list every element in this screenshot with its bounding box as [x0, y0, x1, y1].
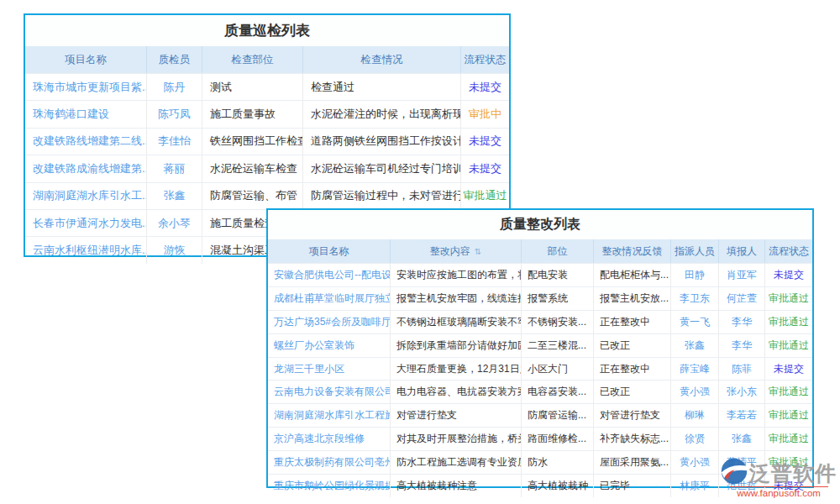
status-badge: 未提交: [765, 358, 812, 381]
table-row: 云南电力设备安装有限公司20...电力电容器、电抗器安装方案,...电容器安装.…: [268, 380, 812, 403]
status-badge: 未提交: [461, 129, 509, 155]
reporter-link[interactable]: 何芷萱: [719, 287, 765, 310]
part-cell: 高大植被栽种: [522, 475, 594, 497]
feedback-cell: 报警主机安放...: [594, 287, 671, 310]
feedback-cell: 配电柜柜体与...: [594, 264, 671, 286]
assignee-link[interactable]: 田静: [671, 264, 719, 286]
assignee-link[interactable]: 张鑫: [671, 334, 719, 357]
assignee-link[interactable]: 林康平: [671, 475, 719, 497]
header-inspector: 质检员: [147, 46, 202, 73]
table-row: 湖南洞庭湖水库引水工程施工标对管进行垫支防腐管运输...对管进行垫支柳琳李若若审…: [268, 403, 812, 427]
reporter-link[interactable]: 李华: [719, 334, 765, 357]
project-link[interactable]: 重庆市鹅岭公园绿化景观提升...: [268, 475, 391, 497]
project-link[interactable]: 重庆太极制药有限公司亳州中...: [268, 451, 391, 474]
project-link[interactable]: 万达广场35#会所及咖啡厅空...: [268, 311, 391, 333]
situation-cell: 水泥砼灌注的时候，出现离析现象: [303, 101, 461, 127]
table-row: 成都杜甫草堂临时展厅独立展...报警主机安放牢固，线缆连接...报警系统报警主机…: [268, 286, 812, 310]
part-cell: 防腐管运输...: [522, 404, 594, 427]
project-link[interactable]: 改建铁路线增建第二线...: [25, 129, 147, 155]
project-link[interactable]: 湖南洞庭湖水库引水工...: [25, 183, 147, 209]
part-cell: 二至三楼混...: [522, 334, 594, 357]
fanpu-watermark: 泛普软件 www.fanpusoft.com: [721, 458, 838, 498]
project-link[interactable]: 成都杜甫草堂临时展厅独立展...: [268, 287, 391, 310]
project-link[interactable]: 珠海市城市更新项目紫...: [25, 74, 147, 100]
project-link[interactable]: 珠海鹤港口建设: [25, 101, 147, 127]
project-link[interactable]: 京沪高速北京段维修: [268, 428, 391, 450]
part-cell: 测试: [202, 74, 303, 100]
header-status: 流程状态: [765, 239, 812, 263]
assignee-link[interactable]: 黄小强: [671, 381, 719, 403]
part-cell: 防水: [522, 451, 594, 474]
project-link[interactable]: 螺丝厂办公室装饰: [268, 334, 391, 357]
inspector-link[interactable]: 游恢: [147, 237, 202, 263]
inspector-link[interactable]: 张鑫: [147, 183, 202, 209]
project-link[interactable]: 湖南洞庭湖水库引水工程施工标: [268, 404, 391, 427]
table-row: 珠海市城市更新项目紫...陈丹测试检查通过未提交: [25, 73, 509, 100]
content-cell: 对管进行垫支: [391, 404, 522, 427]
feedback-cell: 已改正: [594, 334, 671, 357]
part-cell: 小区大门: [522, 358, 594, 381]
situation-cell: 检查通过: [303, 74, 461, 100]
reporter-link[interactable]: 张小东: [719, 381, 765, 403]
rectification-table-header: 项目名称整改内容⇅部位整改情况反馈指派人员填报人流程状态: [268, 239, 812, 263]
project-link[interactable]: 安徽合肥供电公司--配电设备...: [268, 264, 391, 286]
project-link[interactable]: 改建铁路成渝线增建第...: [25, 155, 147, 181]
status-badge: 审批通过: [765, 334, 812, 357]
status-badge: 审批通过: [765, 381, 812, 403]
assignee-link[interactable]: 柳琳: [671, 404, 719, 427]
status-badge: 未提交: [461, 155, 509, 181]
assignee-link[interactable]: 李卫东: [671, 287, 719, 310]
header-assignee: 指派人员: [671, 239, 719, 263]
inspector-link[interactable]: 蒋丽: [147, 155, 202, 181]
sort-icon[interactable]: ⇅: [475, 247, 481, 256]
feedback-cell: 正在整改中: [594, 311, 671, 333]
reporter-link[interactable]: 张鑫: [719, 428, 765, 450]
page: 质量巡检列表 项目名称质检员检查部位检查情况流程状态 珠海市城市更新项目紫...…: [0, 0, 840, 504]
assignee-link[interactable]: 徐贤: [671, 428, 719, 450]
feedback-cell: 已完毕: [594, 475, 671, 497]
header-part: 检查部位: [202, 46, 303, 73]
part-cell: 路面维修检...: [522, 428, 594, 450]
reporter-link[interactable]: 李若若: [719, 404, 765, 427]
status-badge: 审批通过: [765, 404, 812, 427]
content-cell: 安装时应按施工图的布置，将...: [391, 264, 522, 286]
header-situation: 检查情况: [303, 46, 461, 73]
brand-name: 泛普软件: [749, 459, 837, 487]
header-content: 整改内容⇅: [391, 239, 522, 263]
part-cell: 电容器安装...: [522, 381, 594, 403]
table-row: 安徽合肥供电公司--配电设备...安装时应按施工图的布置，将...配电安装配电柜…: [268, 263, 812, 286]
part-cell: 铁丝网围挡工作检查: [202, 129, 303, 155]
assignee-link[interactable]: 黄小强: [671, 451, 719, 474]
status-badge: 审批通过: [765, 287, 812, 310]
project-link[interactable]: 龙湖三千里小区: [268, 358, 391, 381]
inspection-table-title: 质量巡检列表: [25, 15, 509, 46]
part-cell: 水泥砼运输车检查: [202, 155, 303, 181]
content-cell: 拆除到承重墙部分请做好加固...: [391, 334, 522, 357]
header-part: 部位: [522, 239, 594, 263]
reporter-link[interactable]: 李华: [719, 311, 765, 333]
reporter-link[interactable]: 肖亚军: [719, 264, 765, 286]
content-cell: 大理石质量更换，12月31日之...: [391, 358, 522, 381]
status-badge: 未提交: [461, 74, 509, 100]
header-project: 项目名称: [25, 46, 147, 73]
table-row: 珠海鹤港口建设陈巧凤施工质量事故水泥砼灌注的时候，出现离析现象审批中: [25, 100, 509, 127]
rectification-table-card: 质量整改列表 项目名称整改内容⇅部位整改情况反馈指派人员填报人流程状态 安徽合肥…: [266, 208, 814, 488]
reporter-link[interactable]: 陈菲: [719, 358, 765, 381]
assignee-link[interactable]: 薛宝峰: [671, 358, 719, 381]
feedback-cell: 对管进行垫支: [594, 404, 671, 427]
content-cell: 对其及时开展整治措施，桥头...: [391, 428, 522, 450]
table-row: 改建铁路线增建第二线...李佳怡铁丝网围挡工作检查道路两侧铁丝网围挡工作按设计.…: [25, 128, 509, 155]
content-cell: 不锈钢边框玻璃隔断安装不牢...: [391, 311, 522, 333]
status-badge: 审批通过: [461, 183, 509, 209]
inspector-link[interactable]: 余小琴: [147, 210, 202, 236]
header-project: 项目名称: [268, 239, 391, 263]
assignee-link[interactable]: 黄一飞: [671, 311, 719, 333]
inspector-link[interactable]: 李佳怡: [147, 129, 202, 155]
inspector-link[interactable]: 陈丹: [147, 74, 202, 100]
inspector-link[interactable]: 陈巧凤: [147, 101, 202, 127]
project-link[interactable]: 云南水利枢纽潜明水库...: [25, 237, 147, 263]
feedback-cell: 已改正: [594, 381, 671, 403]
project-link[interactable]: 长春市伊通河水力发电...: [25, 210, 147, 236]
project-link[interactable]: 云南电力设备安装有限公司20...: [268, 381, 391, 403]
status-badge: 审批通过: [765, 311, 812, 333]
